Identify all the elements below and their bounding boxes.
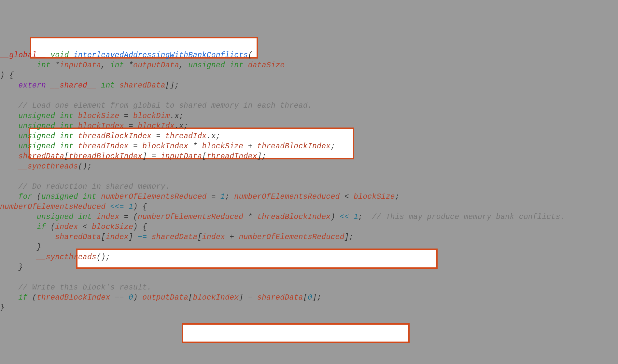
- indent: [0, 223, 37, 231]
- open: (: [28, 293, 37, 302]
- op-plus-eq: +=: [138, 233, 147, 241]
- var: numberOfElementsReduced: [101, 193, 206, 201]
- star: *: [55, 61, 60, 70]
- call: ();: [78, 162, 92, 171]
- open: (: [46, 223, 55, 231]
- kw-if: if: [37, 223, 46, 231]
- sep: ,: [179, 61, 188, 70]
- var: sharedData: [55, 233, 101, 241]
- dotx: .x;: [207, 132, 220, 141]
- var: index: [55, 223, 78, 231]
- close: ) {: [133, 203, 147, 211]
- var: index: [105, 233, 129, 241]
- var-threadIndex: threadIndex: [78, 142, 129, 151]
- indent: [0, 293, 18, 302]
- indent: [0, 283, 18, 292]
- kw-void: void: [46, 51, 74, 60]
- eq: =: [151, 132, 165, 141]
- type-unsigned-int: unsigned int: [188, 61, 248, 70]
- comment: // Write this block's result.: [18, 283, 151, 292]
- comment: // This may produce memory bank conflict…: [372, 213, 565, 221]
- close: ): [330, 213, 340, 221]
- bracket: ] =: [239, 293, 257, 302]
- var: outputData: [142, 293, 188, 302]
- var: threadBlockIndex: [257, 213, 331, 221]
- var: blockIndex: [142, 142, 188, 151]
- num-0: 0: [308, 293, 312, 302]
- var-index: index: [96, 213, 119, 221]
- var: numberOfElementsReduced: [0, 203, 105, 211]
- var: sharedData: [18, 152, 64, 161]
- op: +: [243, 142, 257, 151]
- var-threadBlockIndex: threadBlockIndex: [78, 132, 152, 141]
- var: index: [202, 233, 225, 241]
- comment: // Load one element from global to share…: [18, 101, 312, 110]
- space: [46, 81, 50, 90]
- semi: ;: [358, 213, 372, 221]
- open: (: [32, 193, 41, 201]
- type: unsigned int: [18, 122, 78, 130]
- var: blockSize: [92, 223, 133, 231]
- bracket: [: [101, 233, 105, 241]
- brace: }: [18, 263, 23, 272]
- bracket: [: [188, 293, 193, 302]
- op-shl-assign: <<=: [105, 203, 129, 211]
- kw-for: for: [18, 193, 32, 201]
- var: threadIndex: [207, 152, 257, 161]
- eq: = (: [119, 213, 138, 221]
- eqeq: ==: [110, 293, 129, 302]
- eq: =: [207, 193, 220, 201]
- eq: =: [119, 112, 133, 120]
- fn-syncthreads: __syncthreads: [18, 162, 78, 171]
- var: threadBlockIndex: [69, 152, 143, 161]
- num-0: 0: [129, 293, 133, 302]
- brace-close: }: [0, 303, 5, 312]
- bracket: [: [202, 152, 207, 161]
- kw-extern: extern: [18, 81, 46, 90]
- kw-if: if: [18, 293, 27, 302]
- indent: [0, 243, 37, 251]
- type: unsigned int: [18, 112, 78, 120]
- param-dataSize: dataSize: [248, 61, 285, 70]
- indent: [0, 61, 37, 70]
- eq: =: [129, 142, 142, 151]
- var: blockSize: [354, 193, 395, 201]
- semi: ;: [395, 193, 404, 201]
- space: [147, 233, 151, 241]
- plus: +: [225, 233, 239, 241]
- type-int: int: [101, 81, 119, 90]
- bracket: ]: [129, 233, 138, 241]
- var: blockSize: [202, 142, 244, 151]
- semi: ;: [225, 193, 234, 201]
- function-name: interleavedAddressingWithBankConflicts: [74, 51, 248, 60]
- indent: [0, 132, 18, 141]
- var: threadBlockIndex: [37, 293, 110, 302]
- num-1: 1: [354, 213, 358, 221]
- text: ) {: [0, 71, 14, 80]
- indent: [0, 101, 18, 110]
- num-1: 1: [220, 193, 225, 201]
- brackets: [];: [165, 81, 179, 90]
- type: unsigned int: [18, 132, 78, 141]
- dotx: .x;: [175, 122, 188, 130]
- indent: [0, 122, 18, 130]
- var: inputData: [161, 152, 202, 161]
- bracket: ];: [257, 152, 266, 161]
- bracket: ];: [344, 233, 354, 241]
- bracket: [: [197, 233, 202, 241]
- var: numberOfElementsReduced: [234, 193, 340, 201]
- op: *: [188, 142, 202, 151]
- param-inputData: inputData: [60, 61, 101, 70]
- num-1: 1: [129, 203, 133, 211]
- highlight-box-3: [76, 249, 438, 269]
- indent: [0, 162, 18, 171]
- rhs: threadIdx: [165, 132, 207, 141]
- lt: <: [340, 193, 354, 201]
- type: unsigned int: [18, 142, 78, 151]
- eq: =: [124, 122, 138, 130]
- lt: <: [78, 223, 92, 231]
- sep: ,: [101, 61, 110, 70]
- var: sharedData: [257, 293, 303, 302]
- op-shl: <<: [340, 213, 354, 221]
- indent: [0, 81, 18, 90]
